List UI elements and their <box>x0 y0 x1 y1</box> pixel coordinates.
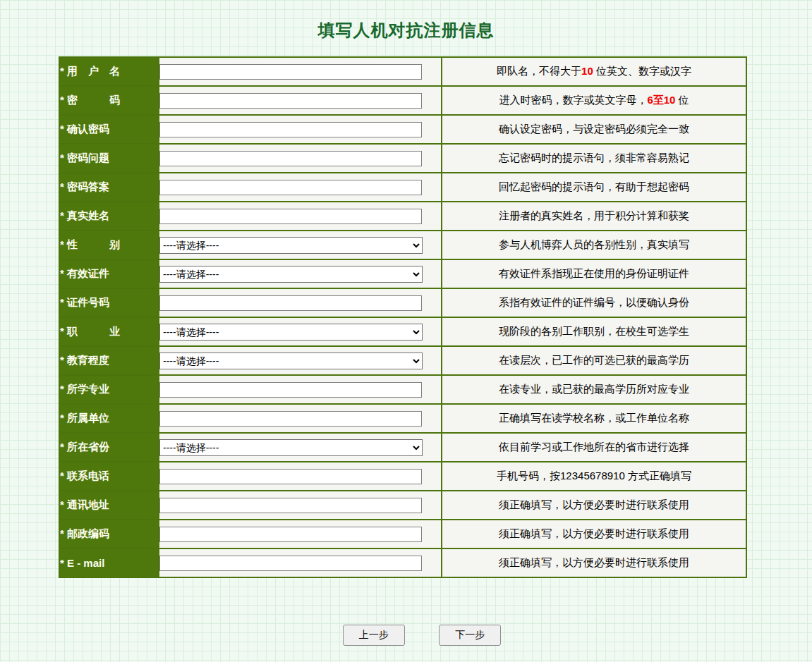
username-row: * 用 户 名 即队名，不得大于10 位英文、数字或汉字 <box>59 57 746 86</box>
field-description: 注册者的真实姓名，用于积分计算和获奖 <box>442 202 746 231</box>
gender-label: * 性 别 <box>59 231 159 259</box>
registration-page: 填写人机对抗注册信息 * 用 户 名 即队名，不得大于10 位英文、数字或汉字 … <box>0 0 812 646</box>
id-number-label: * 证件号码 <box>59 288 159 317</box>
registration-form-table: * 用 户 名 即队名，不得大于10 位英文、数字或汉字 * 密 码 进入时密码… <box>59 56 747 578</box>
field-cell: ----请选择---- <box>159 317 442 346</box>
confirm-password-label: * 确认密码 <box>59 115 159 144</box>
field-cell <box>159 375 442 404</box>
form-rows: * 用 户 名 即队名，不得大于10 位英文、数字或汉字 * 密 码 进入时密码… <box>59 57 746 577</box>
password-question-row: * 密码问题 忘记密码时的提示语句，须非常容易熟记 <box>59 144 746 173</box>
username-label: * 用 户 名 <box>59 57 159 86</box>
password-row: * 密 码 进入时密码，数字或英文字母，6至10 位 <box>59 86 746 115</box>
field-cell <box>159 491 442 520</box>
id-type-label: * 有效证件 <box>59 259 159 288</box>
organization-row: * 所属单位 正确填写在读学校名称，或工作单位名称 <box>59 404 746 433</box>
major-label: * 所学专业 <box>59 375 159 404</box>
field-cell: ----请选择---- <box>159 231 442 259</box>
field-description: 确认设定密码，与设定密码必须完全一致 <box>442 115 746 144</box>
real-name-input[interactable] <box>159 209 422 224</box>
organization-input[interactable] <box>159 411 422 427</box>
field-description: 依目前学习或工作地所在的省市进行选择 <box>442 433 746 462</box>
address-label: * 通讯地址 <box>59 491 159 520</box>
field-description: 忘记密码时的提示语句，须非常容易熟记 <box>442 144 746 173</box>
id-type-row: * 有效证件 ----请选择---- 有效证件系指现正在使用的身份证明证件 <box>59 259 746 288</box>
field-cell: ----请选择---- <box>159 346 442 375</box>
field-description: 回忆起密码的提示语句，有助于想起密码 <box>442 173 746 202</box>
gender-row: * 性 别 ----请选择---- 参与人机博弈人员的各别性别，真实填写 <box>59 231 746 259</box>
field-cell <box>159 144 442 173</box>
next-step-button[interactable]: 下一步 <box>439 625 501 646</box>
field-cell <box>159 404 442 433</box>
field-cell: ----请选择---- <box>159 433 442 462</box>
password-answer-label: * 密码答案 <box>59 173 159 202</box>
postal-code-input[interactable] <box>159 527 422 542</box>
previous-step-button[interactable]: 上一步 <box>343 625 405 646</box>
province-row: * 所在省份 ----请选择---- 依目前学习或工作地所在的省市进行选择 <box>59 433 746 462</box>
major-input[interactable] <box>159 382 422 398</box>
organization-label: * 所属单位 <box>59 404 159 433</box>
field-cell <box>159 548 442 577</box>
id-number-row: * 证件号码 系指有效证件的证件编号，以便确认身份 <box>59 288 746 317</box>
password-input[interactable] <box>159 93 422 109</box>
postal-code-label: * 邮政编码 <box>59 520 159 548</box>
field-description: 现阶段的各别工作职别，在校生可选学生 <box>442 317 746 346</box>
password-answer-input[interactable] <box>159 180 422 195</box>
education-row: * 教育程度 ----请选择---- 在读层次，已工作的可选已获的最高学历 <box>59 346 746 375</box>
field-description: 参与人机博弈人员的各别性别，真实填写 <box>442 231 746 259</box>
field-description: 系指有效证件的证件编号，以便确认身份 <box>442 288 746 317</box>
education-label: * 教育程度 <box>59 346 159 375</box>
field-description: 须正确填写，以方便必要时进行联系使用 <box>442 548 746 577</box>
field-description: 有效证件系指现正在使用的身份证明证件 <box>442 259 746 288</box>
id-number-input[interactable] <box>159 295 422 311</box>
field-cell <box>159 115 442 144</box>
major-row: * 所学专业 在读专业，或已获的最高学历所对应专业 <box>59 375 746 404</box>
field-cell <box>159 520 442 548</box>
username-input[interactable] <box>159 64 422 80</box>
field-cell <box>159 86 442 115</box>
field-description: 在读层次，已工作的可选已获的最高学历 <box>442 346 746 375</box>
occupation-label: * 职 业 <box>59 317 159 346</box>
phone-input[interactable] <box>159 469 422 484</box>
field-cell <box>159 202 442 231</box>
postal-code-row: * 邮政编码 须正确填写，以方便必要时进行联系使用 <box>59 520 746 548</box>
email-label: * E - mail <box>59 548 159 577</box>
real-name-label: * 真实姓名 <box>59 202 159 231</box>
gender-select[interactable]: ----请选择---- <box>159 237 423 254</box>
field-description: 正确填写在读学校名称，或工作单位名称 <box>442 404 746 433</box>
real-name-row: * 真实姓名 注册者的真实姓名，用于积分计算和获奖 <box>59 202 746 231</box>
field-description: 进入时密码，数字或英文字母，6至10 位 <box>442 86 746 115</box>
phone-row: * 联系电话 手机号码，按12345678910 方式正确填写 <box>59 462 746 491</box>
confirm-password-input[interactable] <box>159 122 422 137</box>
password-label: * 密 码 <box>59 86 159 115</box>
address-row: * 通讯地址 须正确填写，以方便必要时进行联系使用 <box>59 491 746 520</box>
description-highlight: 10 <box>581 65 593 77</box>
email-row: * E - mail 须正确填写，以方便必要时进行联系使用 <box>59 548 746 577</box>
occupation-row: * 职 业 ----请选择---- 现阶段的各别工作职别，在校生可选学生 <box>59 317 746 346</box>
province-label: * 所在省份 <box>59 433 159 462</box>
field-description: 须正确填写，以方便必要时进行联系使用 <box>442 520 746 548</box>
field-description: 手机号码，按12345678910 方式正确填写 <box>442 462 746 491</box>
field-description: 须正确填写，以方便必要时进行联系使用 <box>442 491 746 520</box>
field-cell <box>159 57 442 86</box>
field-cell: ----请选择---- <box>159 259 442 288</box>
password-answer-row: * 密码答案 回忆起密码的提示语句，有助于想起密码 <box>59 173 746 202</box>
page-title: 填写人机对抗注册信息 <box>0 0 812 39</box>
province-select[interactable]: ----请选择---- <box>159 439 423 456</box>
id-type-select[interactable]: ----请选择---- <box>159 266 423 283</box>
confirm-password-row: * 确认密码 确认设定密码，与设定密码必须完全一致 <box>59 115 746 144</box>
field-cell <box>159 462 442 491</box>
email-input[interactable] <box>159 556 422 571</box>
phone-label: * 联系电话 <box>59 462 159 491</box>
address-input[interactable] <box>159 498 422 513</box>
field-cell <box>159 173 442 202</box>
field-cell <box>159 288 442 317</box>
password-question-label: * 密码问题 <box>59 144 159 173</box>
field-description: 即队名，不得大于10 位英文、数字或汉字 <box>442 57 746 86</box>
field-description: 在读专业，或已获的最高学历所对应专业 <box>442 375 746 404</box>
occupation-select[interactable]: ----请选择---- <box>159 324 423 341</box>
password-question-input[interactable] <box>159 151 422 166</box>
form-navigation: 上一步 下一步 <box>78 625 765 646</box>
education-select[interactable]: ----请选择---- <box>159 353 423 369</box>
description-highlight: 6至10 <box>647 94 675 106</box>
